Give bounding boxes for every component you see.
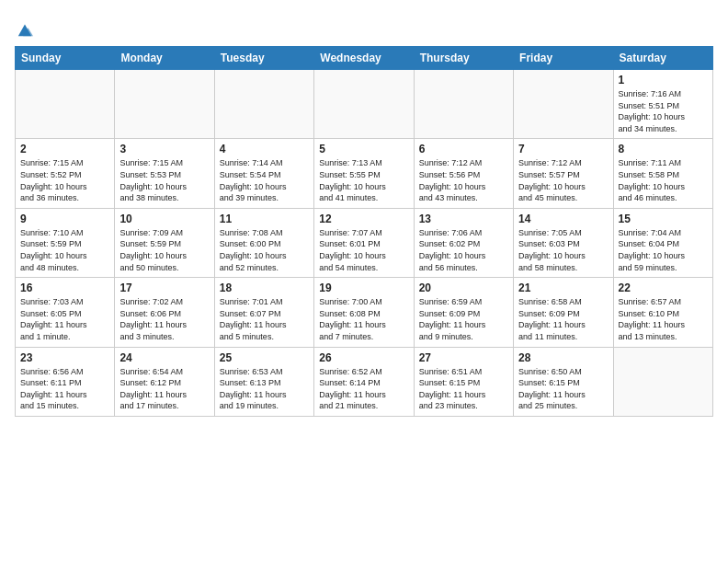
day-number: 28 bbox=[518, 351, 608, 364]
day-info: Sunrise: 7:01 AM Sunset: 6:07 PM Dayligh… bbox=[220, 296, 309, 342]
day-number: 22 bbox=[619, 282, 708, 294]
calendar-cell: 26Sunrise: 6:52 AM Sunset: 6:14 PM Dayli… bbox=[314, 347, 414, 416]
day-info: Sunrise: 7:16 AM Sunset: 5:51 PM Dayligh… bbox=[619, 88, 708, 134]
day-number: 2 bbox=[20, 143, 109, 155]
calendar-week-row: 16Sunrise: 7:03 AM Sunset: 6:05 PM Dayli… bbox=[16, 278, 713, 347]
calendar-cell: 10Sunrise: 7:09 AM Sunset: 5:59 PM Dayli… bbox=[115, 208, 214, 277]
day-number: 17 bbox=[119, 282, 209, 294]
day-number: 20 bbox=[419, 282, 508, 294]
day-info: Sunrise: 6:53 AM Sunset: 6:13 PM Dayligh… bbox=[220, 366, 309, 412]
col-header-thursday: Thursday bbox=[414, 47, 513, 70]
calendar-cell: 7Sunrise: 7:12 AM Sunset: 5:57 PM Daylig… bbox=[514, 139, 613, 208]
calendar-cell: 28Sunrise: 6:50 AM Sunset: 6:15 PM Dayli… bbox=[514, 347, 613, 416]
day-number: 12 bbox=[319, 213, 408, 225]
calendar-cell: 27Sunrise: 6:51 AM Sunset: 6:15 PM Dayli… bbox=[414, 347, 513, 416]
calendar-cell: 22Sunrise: 6:57 AM Sunset: 6:10 PM Dayli… bbox=[613, 278, 712, 347]
day-number: 3 bbox=[119, 143, 209, 155]
calendar-cell bbox=[613, 347, 712, 416]
day-info: Sunrise: 6:51 AM Sunset: 6:15 PM Dayligh… bbox=[419, 366, 508, 412]
calendar-cell: 25Sunrise: 6:53 AM Sunset: 6:13 PM Dayli… bbox=[214, 347, 313, 416]
day-number: 9 bbox=[20, 213, 109, 225]
day-number: 21 bbox=[518, 282, 608, 294]
day-info: Sunrise: 7:10 AM Sunset: 5:59 PM Dayligh… bbox=[20, 227, 109, 273]
day-info: Sunrise: 7:15 AM Sunset: 5:53 PM Dayligh… bbox=[119, 157, 209, 203]
calendar-cell: 21Sunrise: 6:58 AM Sunset: 6:09 PM Dayli… bbox=[514, 278, 613, 347]
day-number: 24 bbox=[119, 351, 209, 364]
day-number: 27 bbox=[419, 351, 508, 364]
day-info: Sunrise: 7:13 AM Sunset: 5:55 PM Dayligh… bbox=[319, 157, 408, 203]
page-header bbox=[15, 15, 713, 39]
day-info: Sunrise: 6:58 AM Sunset: 6:09 PM Dayligh… bbox=[518, 296, 608, 342]
day-info: Sunrise: 7:12 AM Sunset: 5:57 PM Dayligh… bbox=[518, 157, 608, 203]
calendar-cell: 6Sunrise: 7:12 AM Sunset: 5:56 PM Daylig… bbox=[414, 139, 513, 208]
day-info: Sunrise: 7:14 AM Sunset: 5:54 PM Dayligh… bbox=[220, 157, 309, 203]
calendar-cell: 11Sunrise: 7:08 AM Sunset: 6:00 PM Dayli… bbox=[214, 208, 313, 277]
calendar-cell: 20Sunrise: 6:59 AM Sunset: 6:09 PM Dayli… bbox=[414, 278, 513, 347]
calendar-cell: 16Sunrise: 7:03 AM Sunset: 6:05 PM Dayli… bbox=[16, 278, 115, 347]
day-info: Sunrise: 7:04 AM Sunset: 6:04 PM Dayligh… bbox=[619, 227, 708, 273]
day-info: Sunrise: 7:12 AM Sunset: 5:56 PM Dayligh… bbox=[419, 157, 508, 203]
calendar-cell: 14Sunrise: 7:05 AM Sunset: 6:03 PM Dayli… bbox=[514, 208, 613, 277]
day-info: Sunrise: 7:09 AM Sunset: 5:59 PM Dayligh… bbox=[119, 227, 209, 273]
col-header-sunday: Sunday bbox=[16, 47, 115, 70]
day-info: Sunrise: 7:07 AM Sunset: 6:01 PM Dayligh… bbox=[319, 227, 408, 273]
day-number: 10 bbox=[119, 213, 209, 225]
day-info: Sunrise: 7:11 AM Sunset: 5:58 PM Dayligh… bbox=[619, 157, 708, 203]
day-number: 18 bbox=[220, 282, 309, 294]
calendar-cell bbox=[414, 70, 513, 139]
col-header-tuesday: Tuesday bbox=[214, 47, 313, 70]
day-info: Sunrise: 7:08 AM Sunset: 6:00 PM Dayligh… bbox=[220, 227, 309, 273]
day-info: Sunrise: 6:59 AM Sunset: 6:09 PM Dayligh… bbox=[419, 296, 508, 342]
day-number: 19 bbox=[319, 282, 408, 294]
day-info: Sunrise: 6:52 AM Sunset: 6:14 PM Dayligh… bbox=[319, 366, 408, 412]
calendar-cell: 18Sunrise: 7:01 AM Sunset: 6:07 PM Dayli… bbox=[214, 278, 313, 347]
day-number: 13 bbox=[419, 213, 508, 225]
day-number: 15 bbox=[619, 213, 708, 225]
day-info: Sunrise: 6:56 AM Sunset: 6:11 PM Dayligh… bbox=[20, 366, 109, 412]
day-number: 11 bbox=[220, 213, 309, 225]
calendar-week-row: 23Sunrise: 6:56 AM Sunset: 6:11 PM Dayli… bbox=[16, 347, 713, 416]
day-number: 6 bbox=[419, 143, 508, 155]
calendar-week-row: 1Sunrise: 7:16 AM Sunset: 5:51 PM Daylig… bbox=[16, 70, 713, 139]
day-info: Sunrise: 7:00 AM Sunset: 6:08 PM Dayligh… bbox=[319, 296, 408, 342]
calendar-cell bbox=[314, 70, 414, 139]
day-info: Sunrise: 6:57 AM Sunset: 6:10 PM Dayligh… bbox=[619, 296, 708, 342]
calendar-cell bbox=[16, 70, 115, 139]
calendar-cell: 13Sunrise: 7:06 AM Sunset: 6:02 PM Dayli… bbox=[414, 208, 513, 277]
col-header-friday: Friday bbox=[514, 47, 613, 70]
day-info: Sunrise: 7:15 AM Sunset: 5:52 PM Dayligh… bbox=[20, 157, 109, 203]
day-number: 1 bbox=[619, 74, 708, 86]
calendar-cell: 2Sunrise: 7:15 AM Sunset: 5:52 PM Daylig… bbox=[16, 139, 115, 208]
day-number: 16 bbox=[20, 282, 109, 294]
calendar-cell: 3Sunrise: 7:15 AM Sunset: 5:53 PM Daylig… bbox=[115, 139, 214, 208]
day-number: 4 bbox=[220, 143, 309, 155]
calendar-cell: 19Sunrise: 7:00 AM Sunset: 6:08 PM Dayli… bbox=[314, 278, 414, 347]
calendar-table: SundayMondayTuesdayWednesdayThursdayFrid… bbox=[15, 46, 713, 417]
col-header-monday: Monday bbox=[115, 47, 214, 70]
calendar-header-row: SundayMondayTuesdayWednesdayThursdayFrid… bbox=[16, 47, 713, 70]
calendar-cell: 24Sunrise: 6:54 AM Sunset: 6:12 PM Dayli… bbox=[115, 347, 214, 416]
day-info: Sunrise: 6:50 AM Sunset: 6:15 PM Dayligh… bbox=[518, 366, 608, 412]
day-number: 14 bbox=[518, 213, 608, 225]
day-number: 23 bbox=[20, 351, 109, 364]
calendar-cell: 8Sunrise: 7:11 AM Sunset: 5:58 PM Daylig… bbox=[613, 139, 712, 208]
calendar-cell bbox=[214, 70, 313, 139]
day-number: 25 bbox=[220, 351, 309, 364]
logo-icon bbox=[17, 21, 33, 38]
calendar-cell: 9Sunrise: 7:10 AM Sunset: 5:59 PM Daylig… bbox=[16, 208, 115, 277]
calendar-week-row: 2Sunrise: 7:15 AM Sunset: 5:52 PM Daylig… bbox=[16, 139, 713, 208]
calendar-cell: 23Sunrise: 6:56 AM Sunset: 6:11 PM Dayli… bbox=[16, 347, 115, 416]
calendar-cell: 5Sunrise: 7:13 AM Sunset: 5:55 PM Daylig… bbox=[314, 139, 414, 208]
calendar-week-row: 9Sunrise: 7:10 AM Sunset: 5:59 PM Daylig… bbox=[16, 208, 713, 277]
day-info: Sunrise: 7:02 AM Sunset: 6:06 PM Dayligh… bbox=[119, 296, 209, 342]
calendar-cell: 12Sunrise: 7:07 AM Sunset: 6:01 PM Dayli… bbox=[314, 208, 414, 277]
calendar-cell: 15Sunrise: 7:04 AM Sunset: 6:04 PM Dayli… bbox=[613, 208, 712, 277]
logo bbox=[15, 15, 33, 39]
day-info: Sunrise: 7:05 AM Sunset: 6:03 PM Dayligh… bbox=[518, 227, 608, 273]
calendar-cell: 4Sunrise: 7:14 AM Sunset: 5:54 PM Daylig… bbox=[214, 139, 313, 208]
day-number: 7 bbox=[518, 143, 608, 155]
calendar-cell bbox=[514, 70, 613, 139]
col-header-wednesday: Wednesday bbox=[314, 47, 414, 70]
day-number: 8 bbox=[619, 143, 708, 155]
col-header-saturday: Saturday bbox=[613, 47, 712, 70]
